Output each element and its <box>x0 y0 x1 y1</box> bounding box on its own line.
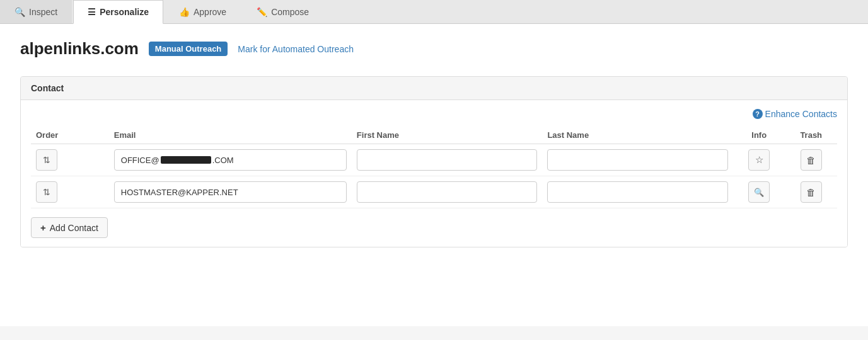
firstname-cell <box>352 144 543 176</box>
star-info-button[interactable]: ☆ <box>748 149 770 171</box>
trash-button[interactable]: 🗑 <box>801 149 822 171</box>
lastname-input[interactable] <box>547 181 728 203</box>
firstname-cell <box>352 176 543 208</box>
add-contact-label: Add Contact <box>50 223 98 233</box>
col-header-info: Info <box>733 127 785 144</box>
contact-table: Order Email First Name Last Name Info Tr… <box>31 127 837 208</box>
trash-button[interactable]: 🗑 <box>801 181 822 203</box>
tab-bar: 🔍 Inspect ☰ Personalize 👍 Approve ✏️ Com… <box>0 0 868 24</box>
site-header: alpenlinks.com Manual Outreach Mark for … <box>20 39 848 59</box>
site-name: alpenlinks.com <box>20 39 139 59</box>
col-header-trash: Trash <box>785 127 837 144</box>
compose-icon: ✏️ <box>257 7 267 17</box>
table-header-row: Order Email First Name Last Name Info Tr… <box>31 127 837 144</box>
col-header-email: Email <box>109 127 352 144</box>
email-cell: OFFICE@.COM <box>109 144 352 176</box>
firstname-input[interactable] <box>357 181 538 203</box>
plus-icon: + <box>40 222 46 233</box>
info-cell: 🔍 <box>733 176 785 208</box>
enhance-row: ? Enhance Contacts <box>31 109 837 119</box>
order-button[interactable]: ⇅ <box>36 149 57 171</box>
contact-section-body: ? Enhance Contacts Order Email First Nam… <box>21 100 847 247</box>
tab-inspect[interactable]: 🔍 Inspect <box>0 0 72 23</box>
order-cell: ⇅ <box>31 144 109 176</box>
personalize-icon: ☰ <box>88 7 96 17</box>
lastname-cell <box>542 144 733 176</box>
email-display: OFFICE@.COM <box>114 149 347 171</box>
table-row: ⇅ HOSTMASTER@KAPPER.NET <box>31 176 837 208</box>
col-header-lastname: Last Name <box>542 127 733 144</box>
contact-section-header: Contact <box>21 77 847 100</box>
email-redacted <box>161 156 211 164</box>
table-row: ⇅ OFFICE@.COM <box>31 144 837 176</box>
email-cell: HOSTMASTER@KAPPER.NET <box>109 176 352 208</box>
order-button[interactable]: ⇅ <box>36 181 57 203</box>
search-info-button[interactable]: 🔍 <box>748 181 770 203</box>
tab-personalize[interactable]: ☰ Personalize <box>73 0 163 24</box>
info-cell: ☆ <box>733 144 785 176</box>
add-contact-button[interactable]: + Add Contact <box>31 217 108 238</box>
order-cell: ⇅ <box>31 176 109 208</box>
automated-outreach-link[interactable]: Mark for Automated Outreach <box>238 44 354 54</box>
inspect-icon: 🔍 <box>14 7 25 17</box>
tab-compose[interactable]: ✏️ Compose <box>242 0 323 23</box>
firstname-input[interactable] <box>357 149 538 171</box>
email-display: HOSTMASTER@KAPPER.NET <box>114 181 347 203</box>
main-content: alpenlinks.com Manual Outreach Mark for … <box>0 24 868 326</box>
trash-cell: 🗑 <box>785 144 837 176</box>
manual-outreach-badge: Manual Outreach <box>149 42 228 56</box>
approve-icon: 👍 <box>179 7 190 17</box>
enhance-contacts-link[interactable]: ? Enhance Contacts <box>753 109 837 119</box>
trash-cell: 🗑 <box>785 176 837 208</box>
tab-approve[interactable]: 👍 Approve <box>165 0 241 23</box>
col-header-firstname: First Name <box>352 127 543 144</box>
help-icon: ? <box>753 109 763 119</box>
col-header-order: Order <box>31 127 109 144</box>
lastname-cell <box>542 176 733 208</box>
contact-section: Contact ? Enhance Contacts Order Email F… <box>20 76 848 247</box>
lastname-input[interactable] <box>547 149 728 171</box>
